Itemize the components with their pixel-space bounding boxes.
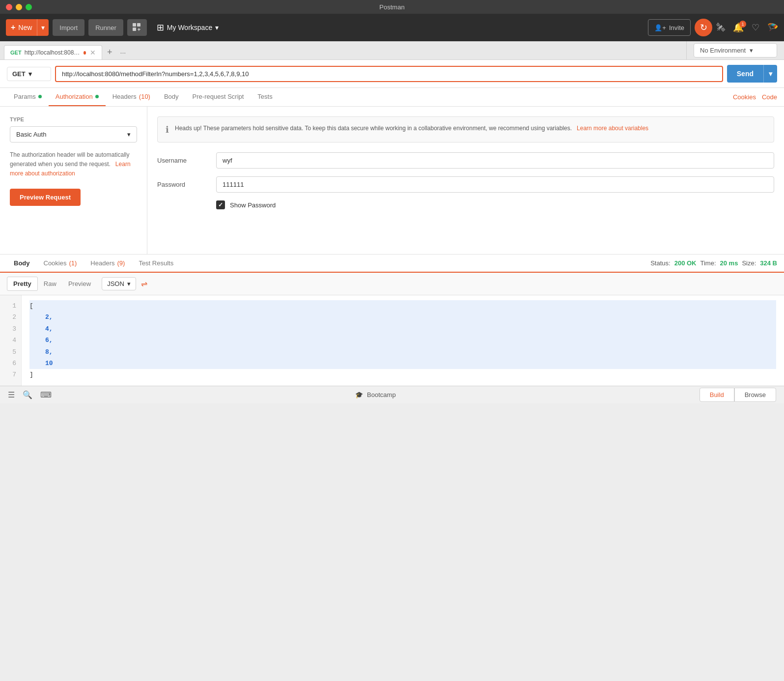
alert-icon: ℹ — [166, 124, 169, 135]
send-label[interactable]: Send — [727, 65, 764, 83]
alert-box: ℹ Heads up! These parameters hold sensit… — [157, 116, 774, 142]
format-tab-pretty[interactable]: Pretty — [7, 277, 38, 291]
show-password-row: ✓ Show Password — [216, 200, 774, 209]
preview-request-button[interactable]: Preview Request — [10, 189, 81, 206]
url-input[interactable] — [62, 70, 716, 78]
preview-label: Preview — [68, 280, 91, 287]
headers-count: (10) — [139, 93, 150, 100]
username-input[interactable] — [216, 152, 774, 169]
size-value: 324 B — [760, 259, 777, 267]
app-title: Postman — [379, 3, 404, 11]
headers-label: Headers — [112, 93, 137, 100]
sub-tab-params[interactable]: Params — [7, 88, 49, 106]
type-select[interactable]: Basic Auth ▾ — [10, 126, 137, 142]
sidebar-toggle-button[interactable]: ☰ — [8, 390, 15, 399]
heart-icon-button[interactable]: ♡ — [752, 22, 759, 33]
response-cookies-label: Cookies — [44, 259, 67, 267]
response-tab-cookies[interactable]: Cookies (1) — [37, 255, 84, 273]
response-tab-headers[interactable]: Headers (9) — [84, 255, 132, 273]
environment-label: No Environment — [700, 47, 746, 54]
format-tab-raw[interactable]: Raw — [38, 277, 62, 290]
right-panel: ℹ Heads up! These parameters hold sensit… — [147, 107, 784, 254]
sub-tab-authorization[interactable]: Authorization — [49, 88, 106, 106]
bell-icon-button[interactable]: 🔔 1 — [733, 22, 744, 33]
response-headers-label: Headers — [90, 259, 114, 267]
test-results-label: Test Results — [139, 259, 173, 267]
satellite-icon-button[interactable]: 🛰 — [716, 23, 725, 33]
svg-rect-2 — [133, 28, 136, 31]
send-button[interactable]: Send ▾ — [727, 65, 777, 83]
line-num-7: 7 — [7, 369, 16, 380]
url-input-wrapper — [55, 66, 723, 82]
content-area: TYPE Basic Auth ▾ The authorization head… — [0, 107, 784, 254]
response-tab-testresults[interactable]: Test Results — [132, 255, 180, 273]
workspace-button[interactable]: ⊞ My Workspace ▾ — [157, 22, 219, 33]
build-tab[interactable]: Build — [700, 388, 734, 402]
sub-tab-tests[interactable]: Tests — [251, 88, 279, 106]
method-selector[interactable]: GET ▾ — [7, 67, 51, 81]
format-type-select[interactable]: JSON ▾ — [102, 277, 136, 290]
sync-button[interactable]: ↻ — [695, 19, 712, 36]
line-num-1: 1 — [7, 300, 16, 312]
runner-button[interactable]: Runner — [88, 19, 123, 36]
code-area: 1 2 3 4 5 6 7 [ 2, 4, 6, 8, 1 — [0, 295, 784, 386]
tab-url: http://localhost:8080/methodFilt — [25, 49, 81, 56]
astronaut-icon-button[interactable]: 🪂 — [767, 22, 778, 33]
browse-tab[interactable]: Browse — [734, 388, 776, 402]
close-dot[interactable] — [6, 4, 12, 10]
format-tab-preview[interactable]: Preview — [62, 277, 97, 290]
import-button[interactable]: Import — [53, 19, 84, 36]
bottom-center: 🎓 Bootcamp — [59, 391, 692, 398]
search-button[interactable]: 🔍 — [23, 390, 32, 399]
workspace-chevron: ▾ — [215, 24, 219, 31]
new-button-main[interactable]: + New — [6, 19, 37, 36]
active-tab[interactable]: GET http://localhost:8080/methodFilt ✕ — [4, 45, 102, 59]
maximize-dot[interactable] — [26, 4, 32, 10]
console-button[interactable]: ⌨ — [40, 390, 52, 399]
format-type-value: JSON — [107, 280, 124, 287]
json-val-4: 4, — [45, 323, 53, 335]
response-tab-body[interactable]: Body — [7, 255, 37, 273]
code-link[interactable]: Code — [762, 93, 777, 101]
response-meta: Status: 200 OK Time: 20 ms Size: 324 B — [650, 255, 777, 271]
sub-tab-prerequest[interactable]: Pre-request Script — [186, 88, 251, 106]
sub-tab-headers[interactable]: Headers (10) — [106, 88, 157, 106]
method-value: GET — [12, 70, 26, 78]
environment-selector[interactable]: No Environment ▾ — [694, 43, 777, 57]
body-label: Body — [164, 93, 179, 100]
builder-icon-button[interactable] — [127, 19, 147, 36]
type-chevron: ▾ — [127, 131, 131, 138]
new-button[interactable]: + New ▾ — [6, 19, 49, 36]
code-content: [ 2, 4, 6, 8, 10 ] — [22, 295, 784, 386]
plus-icon: + — [11, 23, 15, 32]
type-label: TYPE — [10, 116, 137, 122]
environment-chevron: ▾ — [750, 47, 753, 54]
line-num-5: 5 — [7, 346, 16, 358]
line-num-2: 2 — [7, 312, 16, 323]
toolbar-icons: 🛰 🔔 1 ♡ 🪂 — [716, 22, 778, 33]
invite-button[interactable]: 👤+ Invite — [648, 19, 691, 36]
wrap-icon[interactable]: ⇌ — [141, 279, 147, 288]
send-arrow[interactable]: ▾ — [764, 65, 777, 83]
json-val-10: 10 — [45, 358, 53, 369]
tab-close-icon[interactable]: ✕ — [90, 49, 96, 57]
password-input[interactable] — [216, 176, 774, 193]
sync-icon: ↻ — [700, 22, 707, 33]
notification-badge: 1 — [739, 21, 746, 28]
cookies-link[interactable]: Cookies — [733, 93, 756, 101]
sub-tab-body[interactable]: Body — [157, 88, 186, 106]
sub-tabs-right: Cookies Code — [733, 93, 777, 101]
response-tabs: Body Cookies (1) Headers (9) Test Result… — [0, 255, 784, 273]
bottom-right: Build Browse — [700, 388, 776, 402]
checkbox-check-icon: ✓ — [218, 201, 223, 208]
minimize-dot[interactable] — [16, 4, 22, 10]
more-tabs-button[interactable]: ··· — [117, 47, 129, 58]
new-button-arrow[interactable]: ▾ — [37, 19, 49, 36]
tab-method: GET — [10, 50, 22, 56]
json-val-6: 6, — [45, 335, 53, 346]
variables-link[interactable]: Learn more about variables — [577, 125, 648, 132]
raw-label: Raw — [44, 280, 56, 287]
add-tab-button[interactable]: + — [103, 45, 116, 59]
show-password-checkbox[interactable]: ✓ — [216, 200, 225, 209]
time-value: 20 ms — [720, 259, 738, 267]
